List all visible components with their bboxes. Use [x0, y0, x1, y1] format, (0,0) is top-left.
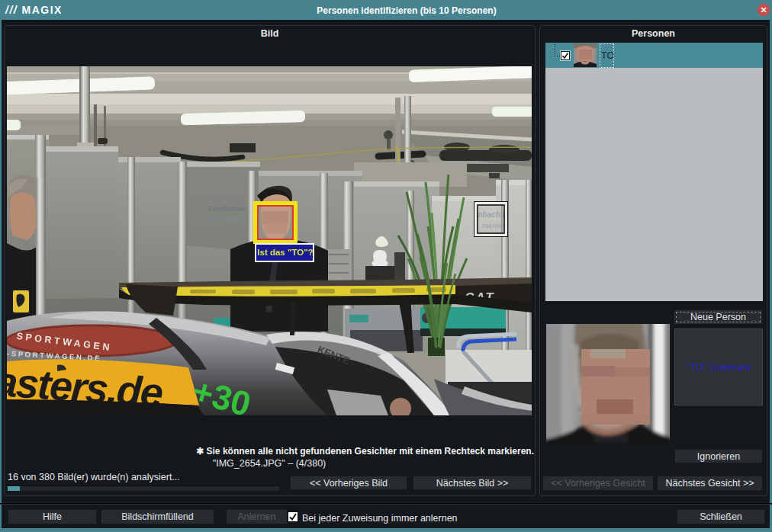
svg-text:Farnbacher: Farnbacher	[208, 205, 246, 213]
svg-text:Ist das "TO"?: Ist das "TO"?	[257, 248, 313, 257]
svg-text:DBT racing: DBT racing	[208, 216, 241, 223]
svg-text:rnbacher: rnbacher	[475, 210, 509, 219]
svg-text:racing: racing	[482, 221, 504, 229]
